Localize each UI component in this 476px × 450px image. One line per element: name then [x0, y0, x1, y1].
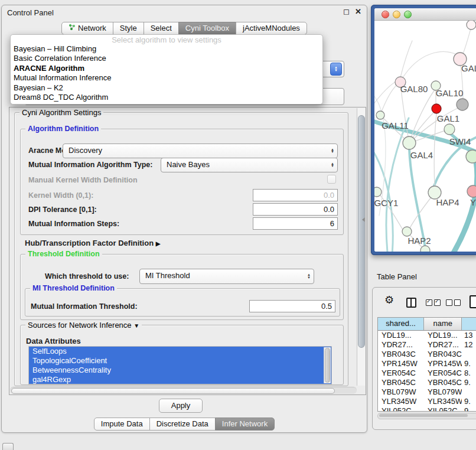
node-gal11[interactable]	[376, 111, 384, 119]
group-title[interactable]: Sources for Network Inference ▼	[25, 321, 142, 330]
table-horizontal-scrollbar[interactable]	[377, 413, 476, 419]
minimize-traffic-light-icon[interactable]	[393, 11, 400, 18]
tab-jactivemnodules[interactable]: jActiveMNodules	[236, 22, 307, 35]
table-row[interactable]: YLR345WYLR345W9.	[378, 397, 476, 406]
apply-button[interactable]: Apply	[159, 399, 203, 413]
which-threshold-combobox[interactable]: MI Threshold ▲▼	[139, 269, 314, 284]
table-row[interactable]: YER054CYER054C8.	[378, 369, 476, 378]
group-title: Algorithm Definition	[25, 125, 101, 133]
column-header[interactable]: shared...	[378, 318, 424, 330]
mi-steps-field[interactable]: 6	[253, 217, 338, 230]
mi-algorithm-type-combobox[interactable]: Naive Bayes ▲▼	[161, 158, 338, 172]
control-panel-window: Control Panel ◻ ✕ NetworkStyleSelectCyni…	[1, 5, 367, 433]
tab-select[interactable]: Select	[144, 22, 179, 35]
splitter-collapse-arrow[interactable]	[362, 217, 365, 222]
scrollbar-thumb[interactable]	[11, 388, 335, 394]
attribute-item[interactable]: gal4RGexp	[29, 375, 331, 384]
algorithm-option-mutual-information-inference[interactable]: Mutual Information Inference	[11, 73, 322, 83]
hub-section-header[interactable]: Hub/Transcription Factor Definition ▶	[25, 239, 160, 247]
network-edge[interactable]	[400, 41, 412, 77]
table-body: YDL19...YDL19...13YDR27...YDR27...12YBR0…	[378, 331, 476, 412]
node-table[interactable]: shared...name YDL19...YDL19...13YDR27...…	[377, 317, 476, 412]
unchecked-columns-icon[interactable]	[446, 299, 461, 306]
gear-icon[interactable]: ⚙	[384, 295, 394, 305]
column-header[interactable]: name	[424, 318, 462, 330]
tab-network[interactable]: Network	[61, 22, 113, 35]
table-cell: YDL19...	[378, 331, 424, 340]
network-graph-icon	[69, 22, 76, 34]
float-panel-icon[interactable]: ◻	[343, 7, 350, 16]
table-row[interactable]: YBR045CYBR045C9.	[378, 378, 476, 387]
node-label: GCY1	[374, 198, 398, 208]
scrollbar-thumb[interactable]	[379, 414, 468, 417]
manual-kernel-checkbox[interactable]	[327, 175, 336, 184]
combobox-stepper-icon: ▲▼	[330, 63, 342, 76]
table-row[interactable]: YBL079WYBL079W	[378, 387, 476, 397]
node-swi4[interactable]	[466, 150, 476, 163]
split-columns-icon[interactable]	[406, 298, 416, 308]
algorithm-option-dream8-dc-tdc-algorithm[interactable]: Dream8 DC_TDC Algorithm	[11, 93, 322, 102]
close-panel-icon[interactable]: ✕	[355, 7, 361, 16]
tab-style[interactable]: Style	[113, 22, 144, 35]
table-cell: 9.	[462, 397, 476, 406]
table-cell: YBL079W	[378, 387, 424, 397]
settings-vertical-scrollbar[interactable]	[357, 108, 365, 386]
network-edge[interactable]	[382, 85, 397, 112]
close-traffic-light-icon[interactable]	[382, 11, 389, 18]
new-table-icon[interactable]	[470, 295, 476, 308]
scrollbar-thumb[interactable]	[325, 348, 330, 383]
mi-algorithm-type-label: Mutual Information Algorithm Type:	[28, 161, 152, 169]
gray-node[interactable]	[457, 99, 468, 110]
algorithm-option-bayesian-hill-climbing[interactable]: Bayesian – Hill Climbing	[11, 44, 322, 54]
attribute-item[interactable]: SelfLoops	[29, 347, 331, 356]
table-row[interactable]: YDL19...YDL19...13	[378, 331, 476, 340]
tab-impute-data[interactable]: Impute Data	[94, 418, 150, 431]
checked-columns-icon[interactable]: ✓ ✓	[426, 299, 441, 306]
node[interactable]	[420, 246, 430, 252]
node[interactable]	[467, 21, 476, 30]
algorithm-option-bayesian-k2[interactable]: Bayesian – K2	[11, 83, 322, 93]
node-hap2[interactable]	[402, 227, 412, 236]
dpi-tolerance-field[interactable]: 0.0	[253, 203, 338, 216]
node-y[interactable]	[467, 185, 476, 197]
table-row[interactable]: YDR27...YDR27...12	[378, 340, 476, 350]
column-header[interactable]	[462, 318, 476, 330]
node-gcy1[interactable]	[374, 187, 382, 197]
kernel-width-field[interactable]: 0.0	[253, 189, 338, 201]
mi-threshold-field[interactable]: 0.5	[249, 300, 335, 312]
network-edge[interactable]	[374, 81, 397, 109]
node-gal1[interactable]	[444, 124, 455, 135]
list-scrollbar[interactable]	[324, 347, 331, 383]
table-cell: YBR043C	[424, 350, 462, 359]
data-attributes-list[interactable]: SelfLoopsTopologicalCoefficientBetweenne…	[28, 346, 332, 384]
aracne-mode-combobox[interactable]: Discovery ▲▼	[63, 144, 338, 158]
network-window-titlebar[interactable]	[374, 8, 476, 21]
network-edge[interactable]	[402, 52, 458, 79]
algorithm-option-basic-correlation-inference[interactable]: Basic Correlation Inference	[11, 54, 322, 63]
attribute-item[interactable]: BetweennessCentrality	[29, 366, 331, 375]
scrollbar-thumb[interactable]	[358, 115, 365, 348]
node-label: HAP2	[407, 236, 431, 246]
attribute-item[interactable]: TopologicalCoefficient	[29, 356, 331, 366]
red-node[interactable]	[432, 104, 441, 113]
bottom-left-partial-button[interactable]	[2, 443, 14, 450]
node-gal4[interactable]	[403, 136, 416, 149]
node-label: GAL	[461, 63, 476, 73]
tab-infer-network[interactable]: Infer Network	[215, 418, 275, 431]
table-row[interactable]: YPR145WYPR145W9.	[378, 359, 476, 369]
control-panel-tabs: NetworkStyleSelectCyni ToolboxjActiveMNo…	[2, 22, 367, 35]
network-edge[interactable]	[434, 114, 436, 186]
control-panel-title: Control Panel	[7, 8, 54, 17]
table-cell: YER054C	[424, 369, 462, 378]
settings-horizontal-scrollbar[interactable]	[10, 387, 357, 394]
network-canvas[interactable]: GALGAL80GAL10GAL1GAL11GAL4SWI4GCY1HAP4YH…	[374, 21, 476, 252]
network-edge[interactable]	[463, 29, 471, 54]
table-cell: 9.	[462, 378, 476, 387]
table-row[interactable]: YBR043CYBR043C	[378, 350, 476, 359]
table-row[interactable]: YIL052CYIL052C9	[378, 406, 476, 412]
tab-discretize-data[interactable]: Discretize Data	[149, 418, 216, 431]
algorithm-option-aracne-algorithm[interactable]: ARACNE Algorithm	[11, 64, 322, 73]
table-cell: 9	[462, 406, 476, 412]
zoom-traffic-light-icon[interactable]	[404, 11, 412, 18]
tab-cyni-toolbox[interactable]: Cyni Toolbox	[178, 22, 236, 35]
